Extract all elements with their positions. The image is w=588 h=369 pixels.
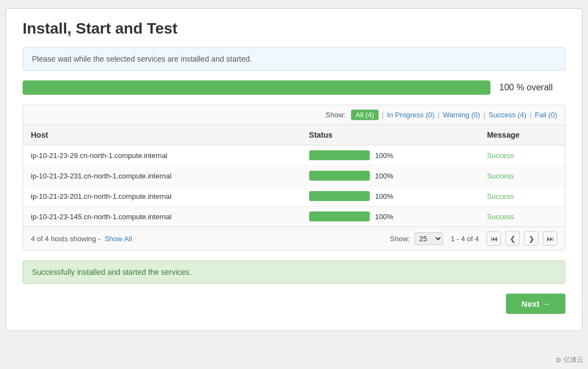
cell-status: 100% <box>301 207 479 227</box>
filter-fail[interactable]: Fail (0) <box>535 111 557 119</box>
progress-cell-inner: 100% <box>309 191 472 201</box>
table-header-row: Host Status Message <box>23 125 565 145</box>
status-success-label: Success <box>487 151 514 160</box>
info-box: Please wait while the selected services … <box>23 47 565 70</box>
col-status: Status <box>301 125 479 145</box>
status-success-label: Success <box>487 213 514 221</box>
cell-host: ip-10-21-23-201.cn-north-1.compute.inter… <box>23 186 301 207</box>
per-page-label: Show: <box>390 235 410 243</box>
mini-pct-label: 100% <box>375 213 393 221</box>
filter-in-progress[interactable]: In Progress (0) <box>387 111 434 119</box>
main-container: Install, Start and Test Please wait whil… <box>6 8 582 331</box>
mini-bar-outer <box>309 150 370 160</box>
first-page-button[interactable]: ⏮ <box>487 231 501 246</box>
mini-bar-outer <box>309 171 370 181</box>
per-page-select[interactable]: 10 25 50 100 <box>414 232 443 245</box>
cell-status: 100% <box>301 166 479 186</box>
cell-host: ip-10-21-23-29.cn-north-1.compute.intern… <box>23 145 301 166</box>
cell-host: ip-10-21-23-231.cn-north-1.compute.inter… <box>23 166 301 186</box>
watermark: ⚙ 亿速云 <box>555 355 584 365</box>
prev-page-button[interactable]: ❮ <box>505 231 520 246</box>
table-row: ip-10-21-23-201.cn-north-1.compute.inter… <box>23 186 565 207</box>
cell-message: Success <box>479 186 565 207</box>
show-all-link[interactable]: Show All <box>105 235 132 243</box>
pagination-right: Show: 10 25 50 100 1 - 4 of 4 ⏮ ❮ ❯ ⏭ <box>390 231 557 246</box>
mini-pct-label: 100% <box>375 172 393 180</box>
table-row: ip-10-21-23-231.cn-north-1.compute.inter… <box>23 166 565 186</box>
mini-pct-label: 100% <box>375 151 393 160</box>
col-message: Message <box>479 125 565 145</box>
col-host: Host <box>23 125 301 145</box>
next-button[interactable]: Next → <box>506 294 565 314</box>
mini-bar-fill <box>309 150 370 160</box>
show-label: Show: <box>326 111 346 119</box>
last-page-button[interactable]: ⏭ <box>543 231 557 246</box>
cell-message: Success <box>479 166 565 186</box>
table-row: ip-10-21-23-145.cn-north-1.compute.inter… <box>23 207 565 227</box>
cell-message: Success <box>479 145 565 166</box>
watermark-text: 亿速云 <box>564 355 584 365</box>
page-range: 1 - 4 of 4 <box>451 235 479 243</box>
table-row: ip-10-21-23-29.cn-north-1.compute.intern… <box>23 145 565 166</box>
next-page-button[interactable]: ❯ <box>524 231 538 246</box>
watermark-icon: ⚙ <box>555 356 562 364</box>
hosts-table: Host Status Message ip-10-21-23-29.cn-no… <box>23 125 565 226</box>
filter-all[interactable]: All (4) <box>351 110 379 120</box>
footer-actions: Next → <box>23 294 565 314</box>
progress-cell-inner: 100% <box>309 150 472 160</box>
hosts-table-container: Show: All (4) | In Progress (0) | Warnin… <box>23 105 565 251</box>
filter-success[interactable]: Success (4) <box>489 111 527 119</box>
page-title: Install, Start and Test <box>23 20 565 37</box>
cell-status: 100% <box>301 145 479 166</box>
progress-cell-inner: 100% <box>309 211 472 221</box>
success-box: Successfully installed and started the s… <box>23 261 565 284</box>
mini-bar-fill <box>309 211 370 221</box>
overall-progress-fill <box>23 80 490 95</box>
hosts-info: 4 of 4 hosts showing - Show All <box>31 235 132 243</box>
cell-status: 100% <box>301 186 479 207</box>
filter-bar: Show: All (4) | In Progress (0) | Warnin… <box>23 105 565 125</box>
mini-bar-outer <box>309 211 370 221</box>
hosts-showing-text: 4 of 4 hosts showing - <box>31 235 100 243</box>
overall-progress-row: 100 % overall <box>23 80 565 95</box>
status-success-label: Success <box>487 172 514 180</box>
progress-cell-inner: 100% <box>309 171 472 181</box>
mini-bar-fill <box>309 171 370 181</box>
mini-bar-fill <box>309 191 370 201</box>
cell-host: ip-10-21-23-145.cn-north-1.compute.inter… <box>23 207 301 227</box>
status-success-label: Success <box>487 192 514 200</box>
mini-bar-outer <box>309 191 370 201</box>
mini-pct-label: 100% <box>375 192 393 200</box>
overall-progress-label: 100 % overall <box>499 83 565 93</box>
overall-progress-bar <box>23 80 490 95</box>
filter-warning[interactable]: Warning (0) <box>443 111 480 119</box>
cell-message: Success <box>479 207 565 227</box>
pagination-bar: 4 of 4 hosts showing - Show All Show: 10… <box>23 226 565 250</box>
